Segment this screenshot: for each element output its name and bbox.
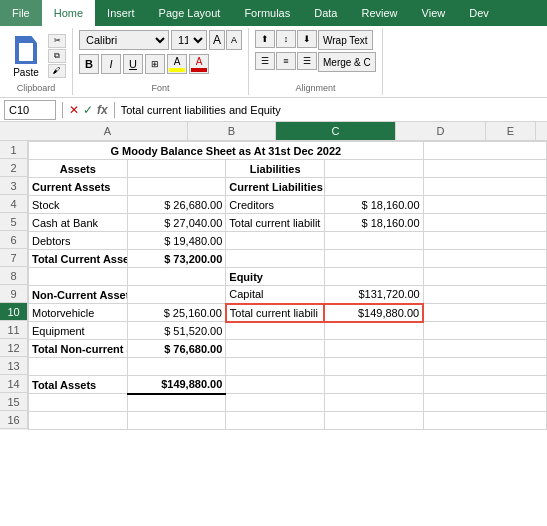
cell-a1[interactable]: G Moody Balance Sheet as At 31st Dec 202…	[29, 142, 424, 160]
cell-a2[interactable]: Assets	[29, 160, 128, 178]
merge-cells-button[interactable]: Merge & C	[318, 52, 376, 72]
cell-d13[interactable]	[324, 358, 423, 376]
decrease-font-button[interactable]: A	[226, 30, 242, 50]
formula-input[interactable]	[121, 104, 543, 116]
cell-a3[interactable]: Current Assets	[29, 178, 128, 196]
cell-b2[interactable]	[127, 160, 226, 178]
cell-a8[interactable]	[29, 268, 128, 286]
cell-c8[interactable]: Equity	[226, 268, 325, 286]
cell-b3[interactable]	[127, 178, 226, 196]
cell-a16[interactable]	[29, 412, 128, 430]
fill-color-button[interactable]: A	[167, 54, 187, 74]
align-center-button[interactable]: ≡	[276, 52, 296, 70]
tab-insert[interactable]: Insert	[95, 0, 147, 26]
tab-page-layout[interactable]: Page Layout	[147, 0, 233, 26]
cell-a13[interactable]	[29, 358, 128, 376]
cell-e15[interactable]	[423, 394, 546, 412]
align-top-button[interactable]: ⬆	[255, 30, 275, 48]
cell-d7[interactable]	[324, 250, 423, 268]
cell-a14[interactable]: Total Assets	[29, 376, 128, 394]
cell-d11[interactable]	[324, 322, 423, 340]
cell-a4[interactable]: Stock	[29, 196, 128, 214]
tab-formulas[interactable]: Formulas	[232, 0, 302, 26]
cell-e2[interactable]	[423, 160, 546, 178]
tab-data[interactable]: Data	[302, 0, 349, 26]
cell-c9[interactable]: Capital	[226, 286, 325, 304]
align-middle-button[interactable]: ↕	[276, 30, 296, 48]
cell-e3[interactable]	[423, 178, 546, 196]
cell-e5[interactable]	[423, 214, 546, 232]
cell-e1[interactable]	[423, 142, 546, 160]
cell-d12[interactable]	[324, 340, 423, 358]
cell-d4[interactable]: $ 18,160.00	[324, 196, 423, 214]
cell-b15[interactable]	[127, 394, 226, 412]
font-size-select[interactable]: 11	[171, 30, 207, 50]
insert-function-icon[interactable]: fx	[97, 103, 108, 117]
italic-button[interactable]: I	[101, 54, 121, 74]
cell-e9[interactable]	[423, 286, 546, 304]
underline-button[interactable]: U	[123, 54, 143, 74]
cell-c12[interactable]	[226, 340, 325, 358]
cell-b14[interactable]: $149,880.00	[127, 376, 226, 394]
cell-b9[interactable]	[127, 286, 226, 304]
cell-c7[interactable]	[226, 250, 325, 268]
cell-c14[interactable]	[226, 376, 325, 394]
cell-b16[interactable]	[127, 412, 226, 430]
cell-b6[interactable]: $ 19,480.00	[127, 232, 226, 250]
cell-c15[interactable]	[226, 394, 325, 412]
cell-c10[interactable]: Total current liabili	[226, 304, 325, 322]
cell-e13[interactable]	[423, 358, 546, 376]
cell-b7[interactable]: $ 73,200.00	[127, 250, 226, 268]
align-left-button[interactable]: ☰	[255, 52, 275, 70]
tab-home[interactable]: Home	[42, 0, 95, 26]
cell-e12[interactable]	[423, 340, 546, 358]
cell-b4[interactable]: $ 26,680.00	[127, 196, 226, 214]
cell-c11[interactable]	[226, 322, 325, 340]
cell-b13[interactable]	[127, 358, 226, 376]
border-button[interactable]: ⊞	[145, 54, 165, 74]
cell-d8[interactable]	[324, 268, 423, 286]
cell-d5[interactable]: $ 18,160.00	[324, 214, 423, 232]
cell-a11[interactable]: Equipment	[29, 322, 128, 340]
bold-button[interactable]: B	[79, 54, 99, 74]
cell-e4[interactable]	[423, 196, 546, 214]
cell-d3[interactable]	[324, 178, 423, 196]
cell-a12[interactable]: Total Non-current ass	[29, 340, 128, 358]
tab-file[interactable]: File	[0, 0, 42, 26]
cancel-formula-icon[interactable]: ✕	[69, 103, 79, 117]
cell-c2[interactable]: Liabilities	[226, 160, 325, 178]
cell-e14[interactable]	[423, 376, 546, 394]
cell-b10[interactable]: $ 25,160.00	[127, 304, 226, 322]
cell-e11[interactable]	[423, 322, 546, 340]
cell-e16[interactable]	[423, 412, 546, 430]
cell-d6[interactable]	[324, 232, 423, 250]
cell-d2[interactable]	[324, 160, 423, 178]
cell-e8[interactable]	[423, 268, 546, 286]
tab-review[interactable]: Review	[349, 0, 409, 26]
paste-button[interactable]: Paste	[6, 30, 46, 81]
increase-font-button[interactable]: A	[209, 30, 225, 50]
font-name-select[interactable]: Calibri	[79, 30, 169, 50]
cell-a7[interactable]: Total Current Assets	[29, 250, 128, 268]
cell-c16[interactable]	[226, 412, 325, 430]
copy-button[interactable]: ⧉	[48, 49, 66, 63]
align-right-button[interactable]: ☰	[297, 52, 317, 70]
align-bottom-button[interactable]: ⬇	[297, 30, 317, 48]
cell-a10[interactable]: Motorvehicle	[29, 304, 128, 322]
font-color-button[interactable]: A	[189, 54, 209, 74]
cell-d10[interactable]: $149,880.00	[324, 304, 423, 322]
cell-e10[interactable]	[423, 304, 546, 322]
tab-view[interactable]: View	[410, 0, 458, 26]
cell-d15[interactable]	[324, 394, 423, 412]
wrap-text-button[interactable]: Wrap Text	[318, 30, 373, 50]
cell-e7[interactable]	[423, 250, 546, 268]
cell-c3[interactable]: Current Liabilities	[226, 178, 325, 196]
cell-d9[interactable]: $131,720.00	[324, 286, 423, 304]
cell-e6[interactable]	[423, 232, 546, 250]
cell-reference-box[interactable]: C10	[4, 100, 56, 120]
confirm-formula-icon[interactable]: ✓	[83, 103, 93, 117]
cell-a9[interactable]: Non-Current Assets	[29, 286, 128, 304]
cut-button[interactable]: ✂	[48, 34, 66, 48]
cell-c13[interactable]	[226, 358, 325, 376]
cell-a5[interactable]: Cash at Bank	[29, 214, 128, 232]
